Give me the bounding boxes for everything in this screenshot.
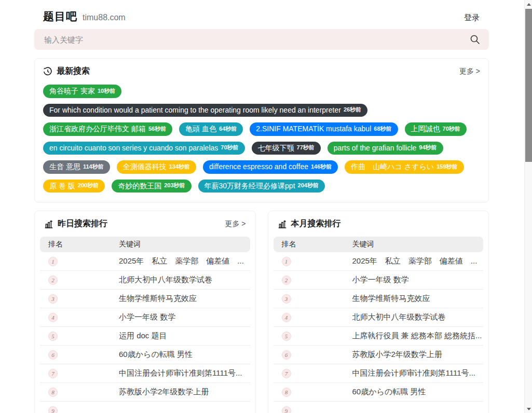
search-tag[interactable]: 奇妙的数王国203秒前 <box>112 180 191 193</box>
tag-time: 56秒前 <box>148 126 166 133</box>
tag-time: 64秒前 <box>219 126 237 133</box>
search-bar[interactable] <box>34 29 489 50</box>
keyword-cell[interactable]: 北师大初中八年级数学试卷 <box>119 275 212 285</box>
search-tag[interactable]: difference espresso and coffee146秒前 <box>203 160 338 174</box>
rank-badge: 9 <box>282 406 291 413</box>
tag-row: For which condition would a patient comi… <box>43 104 480 117</box>
search-tag[interactable]: 年薪30万财务经理必修课ppt204秒前 <box>198 180 325 193</box>
keyword-cell[interactable]: 60歳からの転職 男性 <box>352 387 426 397</box>
search-tag[interactable]: 上岡誠也70秒前 <box>405 122 467 136</box>
tag-time: 203秒前 <box>164 182 185 189</box>
keyword-cell[interactable]: 运用 doc 题目 <box>119 331 167 341</box>
tag-list: 角谷暁子 実家10秒前 For which condition would a … <box>43 85 480 192</box>
keyword-cell[interactable]: 苏教版小学2年级数学上册 <box>352 350 442 360</box>
table-row[interactable]: 4北师大初中八年级数学试卷 <box>274 308 484 327</box>
table-row[interactable]: 5运用 doc 题目 <box>40 327 250 346</box>
yesterday-ranking-header: 昨日搜索排行 更多 > <box>40 218 250 229</box>
tag-text: 上岡誠也 <box>411 125 440 134</box>
tag-text: 七年级下颚 <box>258 144 294 153</box>
keyword-cell[interactable]: 2025年 私立 薬学部 偏差値 ... <box>352 256 478 266</box>
table-row[interactable]: 12025年 私立 薬学部 偏差値 ... <box>274 252 484 271</box>
search-input[interactable] <box>43 35 468 45</box>
clock-history-icon <box>43 67 52 76</box>
tag-time: 10秒前 <box>98 88 115 95</box>
keyword-cell[interactable]: 小学一年级 数学 <box>352 275 409 285</box>
keyword-cell[interactable]: 上席執行役員 兼 総務本部 総務統括... <box>352 331 482 341</box>
yesterday-more-link[interactable]: 更多 > <box>225 219 245 229</box>
keyword-cell[interactable]: 生物学维斯特马克效应 <box>352 294 430 304</box>
latest-searches-title: 最新搜索 <box>57 66 90 77</box>
site-logo[interactable]: 题目吧 <box>43 9 77 24</box>
rank-badge: 5 <box>282 332 291 341</box>
table-row[interactable]: 7中国注册会计师审计准则第1111号... <box>274 364 484 383</box>
table-row[interactable]: 12025年 私立 薬学部 偏差値 ... <box>40 252 250 271</box>
search-icon[interactable] <box>468 33 482 46</box>
search-tag[interactable]: 原 卷 版200秒前 <box>43 180 105 193</box>
yesterday-table-body: 12025年 私立 薬学部 偏差値 ... 2北师大初中八年级数学试卷 3生物学… <box>40 252 250 413</box>
keyword-cell[interactable]: 60歳からの転職 男性 <box>119 350 193 360</box>
tag-text: 作曲 山崎ハコ さすらい <box>351 162 434 172</box>
search-tag[interactable]: 角谷暁子 実家10秒前 <box>43 85 121 98</box>
scrollbar[interactable] <box>524 0 532 413</box>
tag-row: 角谷暁子 実家10秒前 <box>43 85 480 98</box>
table-row[interactable]: 7中国注册会计师审计准则第1111号... <box>40 364 250 383</box>
tag-row: 生音 意思114秒前 全測儀器科技134秒前 difference espres… <box>43 160 480 174</box>
keyword-cell[interactable]: 北师大初中八年级数学试卷 <box>352 312 446 322</box>
keyword-cell[interactable]: 中国注册会计师审计准则第1111号... <box>352 368 476 378</box>
tag-time: 200秒前 <box>78 182 99 189</box>
keyword-cell[interactable]: 小学一年级 数学 <box>119 312 175 322</box>
table-row[interactable]: 9 <box>274 402 484 413</box>
table-row[interactable]: 660歳からの転職 男性 <box>40 346 250 364</box>
tag-text: parts of the grafian follicle <box>334 144 417 153</box>
search-tag[interactable]: 浙江省政府办公厅毕伟文 邮箱56秒前 <box>43 122 172 136</box>
search-tag[interactable]: For which condition would a patient comi… <box>43 104 367 117</box>
search-tag[interactable]: parts of the grafian follicle94秒前 <box>328 142 443 155</box>
keyword-cell[interactable]: 苏教版小学2年级数学上册 <box>119 387 209 397</box>
scroll-up-arrow-icon[interactable] <box>525 0 532 8</box>
search-tag[interactable]: 亀頭 血色64秒前 <box>179 122 243 136</box>
rank-badge: 3 <box>282 294 291 304</box>
tag-time: 94秒前 <box>419 144 436 152</box>
tag-time: 159秒前 <box>436 163 457 171</box>
login-link[interactable]: 登录 <box>464 13 480 23</box>
rank-badge: 5 <box>48 332 58 341</box>
latest-searches-header: 最新搜索 更多 > <box>43 66 480 77</box>
tag-text: 年薪30万财务经理必修课ppt <box>204 182 295 191</box>
table-header: 排名 关键词 <box>274 237 484 252</box>
scrollbar-thumb[interactable] <box>525 9 532 162</box>
table-row[interactable]: 2小学一年级 数学 <box>274 271 484 290</box>
table-row[interactable]: 9 <box>40 402 250 413</box>
month-table-body: 12025年 私立 薬学部 偏差値 ... 2小学一年级 数学 3生物学维斯特马… <box>274 252 484 413</box>
table-row[interactable]: 2北师大初中八年级数学试卷 <box>40 271 250 290</box>
rank-badge: 9 <box>48 406 58 413</box>
search-tag[interactable]: 七年级下颚77秒前 <box>252 142 321 155</box>
table-row[interactable]: 3生物学维斯特马克效应 <box>40 290 250 308</box>
keyword-cell[interactable]: 生物学维斯特马克效应 <box>119 294 197 304</box>
latest-more-link[interactable]: 更多 > <box>459 67 480 76</box>
rank-badge: 7 <box>48 369 58 378</box>
keyword-cell[interactable]: 中国注册会计师审计准则第1111号... <box>119 368 242 378</box>
tag-text: 亀頭 血色 <box>185 125 216 134</box>
rank-badge: 2 <box>282 276 291 285</box>
table-row[interactable]: 8苏教版小学2年级数学上册 <box>40 383 250 402</box>
scroll-down-arrow-icon[interactable] <box>525 405 532 413</box>
search-tag[interactable]: 作曲 山崎ハコ さすらい159秒前 <box>345 160 463 174</box>
tag-text: For which condition would a patient comi… <box>49 106 341 115</box>
keyword-column-header: 关键词 <box>352 240 374 249</box>
search-tag[interactable]: 2.SINIF MATEMATİK mustafa kabul68秒前 <box>250 122 398 136</box>
search-tag[interactable]: 全測儀器科技134秒前 <box>117 160 196 174</box>
tag-row: en circuito cuanto son series y cuando s… <box>43 142 480 155</box>
table-row[interactable]: 5上席執行役員 兼 総務本部 総務統括... <box>274 327 484 346</box>
table-row[interactable]: 4小学一年级 数学 <box>40 308 250 327</box>
table-row[interactable]: 6苏教版小学2年级数学上册 <box>274 346 484 364</box>
rank-column-header: 排名 <box>282 240 352 249</box>
tag-time: 77秒前 <box>297 144 315 152</box>
search-tag[interactable]: 生音 意思114秒前 <box>43 160 110 174</box>
table-row[interactable]: 3生物学维斯特马克效应 <box>274 290 484 308</box>
search-tag[interactable]: en circuito cuanto son series y cuando s… <box>43 142 245 155</box>
tag-time: 114秒前 <box>83 163 104 171</box>
table-row[interactable]: 860歳からの転職 男性 <box>274 383 484 402</box>
header: 题目吧 timu88.com 登录 <box>34 0 489 29</box>
month-ranking-card: 本月搜索排行 排名 关键词 12025年 私立 薬学部 偏差値 ... 2小学一… <box>268 211 489 413</box>
keyword-cell[interactable]: 2025年 私立 薬学部 偏差値 ... <box>119 256 244 266</box>
